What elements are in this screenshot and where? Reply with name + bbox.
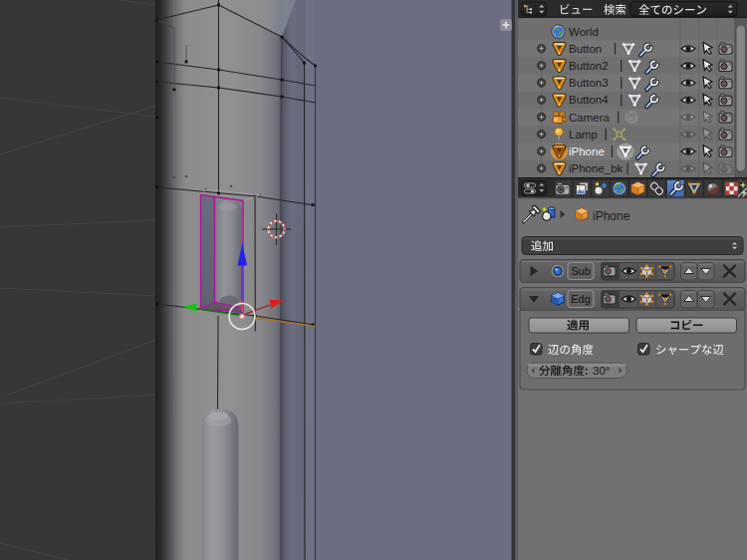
svg-text:iPhone: iPhone xyxy=(593,209,630,223)
svg-text:Button2: Button2 xyxy=(569,60,609,72)
svg-text:Lamp: Lamp xyxy=(569,129,598,140)
svg-text:30°: 30° xyxy=(593,365,610,377)
svg-text:Sub: Sub xyxy=(571,265,591,277)
svg-text:Button3: Button3 xyxy=(569,77,609,89)
svg-text:World: World xyxy=(569,26,599,38)
svg-text:Button: Button xyxy=(569,43,602,55)
svg-text:Camera: Camera xyxy=(569,112,611,124)
svg-text:Button4: Button4 xyxy=(569,94,609,106)
svg-text:iPhone: iPhone xyxy=(569,145,605,157)
svg-text:iPhone_bk: iPhone_bk xyxy=(569,162,623,174)
svg-text:Edg: Edg xyxy=(571,293,591,305)
